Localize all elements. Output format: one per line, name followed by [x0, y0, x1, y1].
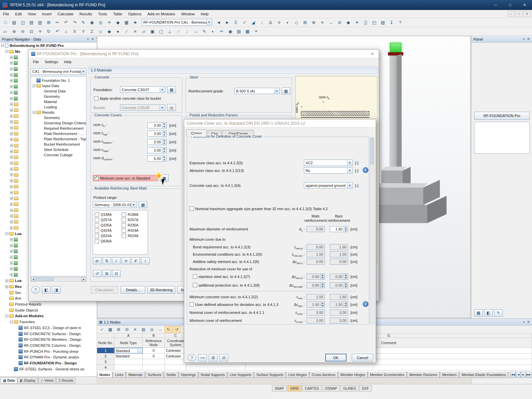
pin-icon[interactable]: ⌖	[523, 320, 525, 324]
insert-row-icon[interactable]: ⊞	[115, 326, 122, 333]
close-icon[interactable]: ✕	[91, 37, 94, 41]
tree-expander[interactable]: +	[10, 144, 13, 147]
cover-value-field[interactable]: 5.00	[147, 156, 167, 162]
check-all-mats-icon[interactable]: ✓	[112, 257, 121, 264]
selection-special-icon[interactable]: ⌖	[252, 28, 260, 35]
panel-edit-icon[interactable]: ✎	[494, 309, 503, 317]
row-number[interactable]: 1	[97, 348, 114, 353]
tree-expander[interactable]: +	[10, 97, 13, 100]
tree-expander[interactable]: −	[5, 315, 8, 318]
cover-value-field[interactable]: 3.00	[147, 139, 167, 145]
tree-expander[interactable]: +	[10, 162, 13, 165]
node-icon[interactable]: ●	[114, 28, 122, 35]
menu-item[interactable]: Table	[110, 10, 125, 18]
zoom-out-icon[interactable]: ⊖	[19, 28, 27, 35]
help-icon[interactable]: ?	[396, 19, 404, 26]
navigator-tab[interactable]: ◇ Views	[38, 377, 56, 383]
scroll-left-icon[interactable]: ◀	[31, 277, 36, 281]
module-tree-row[interactable]: Geometry	[31, 94, 86, 99]
view-y-icon[interactable]: Y	[79, 28, 87, 35]
prev-tab-icon[interactable]: ◀	[516, 372, 521, 377]
tree-row[interactable]: Guide Objects	[0, 307, 96, 313]
table-tab[interactable]: Line Supports	[227, 372, 254, 378]
print-preview-icon[interactable]: ▥	[36, 19, 44, 26]
steel-library-button[interactable]: ▦	[282, 87, 290, 94]
previous-view-icon[interactable]: ↶	[53, 28, 62, 35]
module-tree-row[interactable]: General Data	[31, 88, 86, 94]
panel-color-scale-icon[interactable]: ▦	[474, 309, 483, 317]
tree-row[interactable]: RF-PUNCH Pro - Punching shear	[0, 348, 96, 354]
status-toggle[interactable]: SNAP	[272, 385, 287, 391]
pin-icon[interactable]: ⌖	[523, 37, 525, 41]
mat-checkbox[interactable]	[122, 228, 126, 233]
mat-option[interactable]: Q188A	[95, 212, 112, 217]
navigator-tab[interactable]: ◧ Display	[18, 377, 38, 383]
solid-icon[interactable]: ▣	[148, 28, 157, 35]
mat-checkbox[interactable]	[95, 212, 99, 217]
display-properties-icon[interactable]: ▦	[243, 28, 252, 35]
grid-icon[interactable]: ⊞	[301, 19, 309, 26]
find-cell-icon[interactable]: ◎	[148, 326, 156, 333]
tree-expander[interactable]: −	[10, 321, 13, 324]
mat-checkbox[interactable]	[95, 234, 99, 238]
support-icon[interactable]: ⊥	[166, 28, 174, 35]
clear-rows-icon[interactable]: ✕	[131, 326, 139, 333]
scrollbar-thumb[interactable]	[36, 278, 54, 281]
apply-table-icon[interactable]: ✓	[98, 326, 106, 333]
column-header[interactable]: Coordinate System	[165, 338, 187, 348]
table-tab[interactable]: Openings	[179, 372, 198, 378]
mat-option[interactable]: Q257A	[95, 217, 112, 222]
pin-icon[interactable]: ⌖	[87, 37, 89, 41]
tree-scrollbar[interactable]: ◀ ▶	[31, 277, 86, 282]
module-tree-row[interactable]: Loading	[31, 104, 86, 110]
chevron-down-icon[interactable]	[138, 348, 142, 353]
tree-expander[interactable]: +	[10, 132, 13, 135]
coordinate-system-icon[interactable]: ✛	[105, 19, 113, 26]
node-type-cell[interactable]: Standard	[114, 348, 143, 353]
sort-mats-icon[interactable]: ⇅	[102, 257, 111, 264]
snap-icon[interactable]: ⊕	[310, 19, 318, 26]
mat-info-icon[interactable]: i	[141, 257, 150, 264]
status-toggle[interactable]: GRID	[288, 385, 302, 391]
tree-expander[interactable]: +	[10, 273, 13, 276]
concrete-library-button[interactable]: ▦	[167, 86, 176, 93]
row-number[interactable]: 3	[97, 359, 114, 365]
aggregate-size-checkbox[interactable]	[190, 206, 194, 211]
tree-expander[interactable]: −	[5, 232, 8, 235]
tree-expander[interactable]: +	[10, 185, 13, 188]
tree-expander[interactable]: +	[10, 168, 13, 171]
hinge-icon[interactable]: ○	[174, 28, 183, 35]
table-tab[interactable]: Materials	[126, 372, 145, 378]
surface-icon[interactable]: ▱	[140, 28, 148, 35]
tree-row[interactable]: RF-CONCRETE Columns - Design	[0, 342, 96, 348]
foundation-concrete-combo[interactable]: Concrete C30/37	[120, 86, 165, 93]
mat-checkbox[interactable]	[122, 212, 126, 217]
tree-expander[interactable]: +	[10, 191, 13, 194]
table-tab[interactable]: Surface Supports	[254, 372, 286, 378]
column-letter[interactable]: B	[143, 333, 165, 338]
reference-node-cell[interactable]: 0	[143, 348, 165, 353]
module-tree-row[interactable]: Required Reinforcement	[31, 126, 86, 131]
menu-item[interactable]: Edit	[12, 10, 25, 18]
tree-expander[interactable]: +	[10, 120, 13, 123]
navigator-tab[interactable]: ▤ Data	[1, 377, 17, 383]
product-range-combo[interactable]: Germany - 2008-01-01	[93, 201, 137, 208]
new-window-icon[interactable]: ◰	[370, 19, 378, 26]
check-model-icon[interactable]: ✓	[240, 19, 249, 26]
delete-mats-icon[interactable]: ✗	[131, 257, 140, 264]
table-tab[interactable]: Cross-Sections	[310, 372, 338, 378]
coordinate-system-cell[interactable]: Cartesian	[165, 353, 187, 359]
last-tab-icon[interactable]: ▶▶	[526, 372, 531, 377]
guidelines-icon[interactable]: ≡	[318, 19, 327, 26]
mat-checkbox[interactable]	[95, 239, 99, 243]
undo-icon[interactable]: ↶	[62, 19, 70, 26]
paste-params-button[interactable]: ⊟	[219, 354, 228, 361]
module-tree-row[interactable]: Governing Design Criteria	[31, 120, 86, 126]
exposure-class-combo[interactable]: XC2	[304, 160, 353, 166]
menu-item[interactable]: Window	[178, 10, 198, 18]
module-tree-row[interactable]: Geometry	[31, 115, 86, 120]
back-icon[interactable]: ◄	[214, 19, 223, 26]
cover-value-field[interactable]: 3.00	[147, 131, 167, 137]
menu-item[interactable]: View	[25, 10, 39, 18]
details-button[interactable]: Details...	[121, 286, 145, 294]
